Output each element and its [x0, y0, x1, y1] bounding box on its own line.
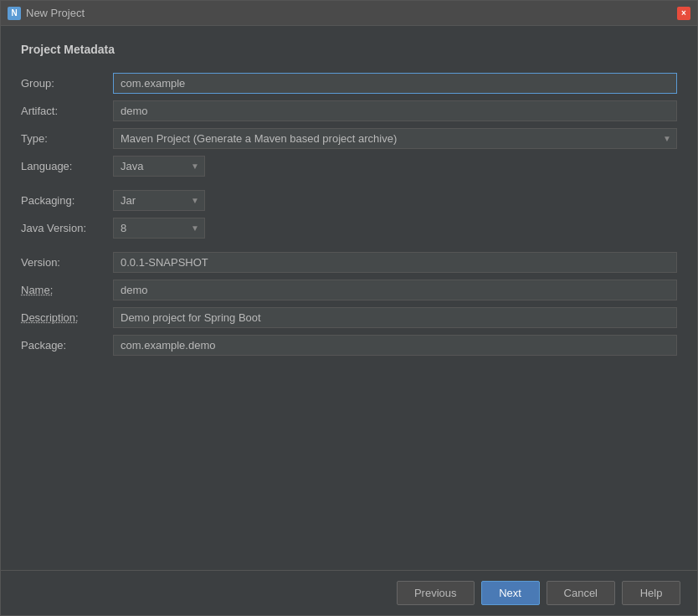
java-version-select[interactable]: 8 11 17 — [114, 218, 204, 238]
language-select[interactable]: Java Kotlin Groovy — [114, 157, 204, 176]
previous-button[interactable]: Previous — [397, 581, 475, 605]
type-select[interactable]: Maven Project (Generate a Maven based pr… — [114, 129, 676, 148]
package-label: Package: — [21, 334, 113, 357]
java-version-field: 8 11 17 ▼ — [113, 214, 677, 242]
group-label: Group: — [21, 72, 113, 95]
package-input[interactable] — [113, 335, 677, 356]
language-field: Java Kotlin Groovy ▼ — [113, 152, 677, 180]
artifact-label: Artifact: — [21, 100, 113, 122]
description-input[interactable] — [113, 307, 677, 328]
type-select-wrapper: Maven Project (Generate a Maven based pr… — [113, 128, 677, 149]
help-button[interactable]: Help — [622, 581, 680, 605]
cancel-button[interactable]: Cancel — [547, 581, 615, 605]
artifact-input[interactable] — [113, 100, 677, 121]
java-version-label: Java Version: — [21, 217, 113, 239]
app-icon: N — [8, 7, 21, 20]
packaging-field: Jar War ▼ — [113, 187, 677, 214]
artifact-field — [113, 97, 677, 125]
type-field: Maven Project (Generate a Maven based pr… — [113, 125, 677, 152]
dialog-title: New Project — [26, 7, 672, 19]
spacer-2 — [21, 242, 677, 249]
java-version-select-wrapper: 8 11 17 ▼ — [113, 218, 205, 239]
group-field — [113, 69, 677, 97]
description-field — [113, 304, 677, 331]
form-grid: Group: Artifact: Type: Maven Projec — [21, 69, 677, 359]
type-label: Type: — [21, 127, 113, 150]
language-label: Language: — [21, 155, 113, 177]
language-select-wrapper: Java Kotlin Groovy ▼ — [113, 156, 205, 177]
name-input[interactable] — [113, 280, 677, 300]
spacer-1 — [21, 180, 677, 187]
section-title: Project Metadata — [21, 43, 677, 56]
group-input[interactable] — [113, 73, 677, 94]
name-label: Name: — [21, 279, 113, 301]
packaging-label: Packaging: — [21, 189, 113, 212]
form-content: Project Metadata Group: Artifact: Type: — [1, 26, 697, 570]
version-label: Version: — [21, 251, 113, 274]
packaging-select[interactable]: Jar War — [114, 191, 204, 210]
packaging-select-wrapper: Jar War ▼ — [113, 190, 205, 211]
footer: Previous Next Cancel Help — [1, 570, 697, 615]
next-button[interactable]: Next — [481, 581, 540, 605]
title-bar: N New Project × — [1, 1, 697, 26]
close-button[interactable]: × — [677, 7, 690, 20]
name-field — [113, 276, 677, 304]
description-label: Description: — [21, 306, 113, 329]
version-input[interactable] — [113, 252, 677, 273]
dialog: N New Project × Project Metadata Group: … — [0, 0, 698, 616]
package-field — [113, 331, 677, 359]
version-field — [113, 249, 677, 276]
